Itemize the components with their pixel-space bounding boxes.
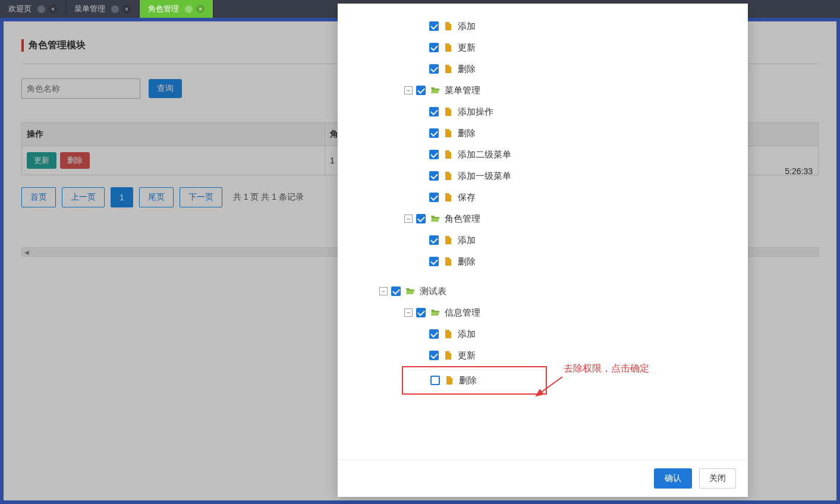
col-operation: 操作: [22, 123, 325, 146]
tree-label: 角色管理: [445, 213, 480, 225]
tree-label: 添加二级菜单: [458, 149, 511, 160]
tree-branch-menu[interactable]: − 菜单管理: [355, 80, 730, 101]
checkbox[interactable]: [429, 257, 439, 266]
close-icon[interactable]: ×: [196, 5, 205, 13]
checkbox[interactable]: [429, 171, 439, 181]
checkbox[interactable]: [429, 64, 439, 74]
tab-menu-mgmt[interactable]: 菜单管理 ×: [66, 0, 140, 18]
checkbox[interactable]: [429, 21, 439, 31]
update-button[interactable]: 更新: [27, 152, 56, 169]
tree-branch-test[interactable]: − 测试表: [355, 281, 730, 302]
content-frame: 角色管理模块 查询 操作 角 更新 删除: [0, 18, 840, 504]
tree-leaf[interactable]: 添加: [355, 229, 730, 251]
page-current[interactable]: 1: [111, 187, 133, 207]
modal-body: 添加 更新 删除 − 菜单管理: [338, 4, 748, 459]
tab-label: 角色管理: [148, 4, 179, 14]
file-icon: [443, 43, 453, 52]
file-icon: [443, 193, 453, 202]
tree-leaf[interactable]: 添加一级菜单: [355, 165, 730, 187]
tree-leaf[interactable]: 保存: [355, 187, 730, 208]
tree-label: 更新: [458, 42, 476, 53]
checkbox[interactable]: [429, 235, 439, 245]
tree-leaf[interactable]: 删除: [355, 58, 730, 80]
file-icon: [443, 171, 453, 181]
tree-leaf-delete-highlighted[interactable]: 删除: [403, 370, 546, 391]
checkbox[interactable]: [391, 286, 401, 296]
checkbox[interactable]: [416, 86, 426, 95]
checkbox[interactable]: [416, 214, 426, 223]
tab-refresh-icon[interactable]: [37, 5, 45, 13]
tree-leaf[interactable]: 更新: [355, 37, 730, 58]
checkbox[interactable]: [429, 107, 439, 116]
file-icon: [443, 329, 453, 339]
tree-label: 添加一级菜单: [458, 171, 511, 182]
folder-open-icon: [430, 86, 440, 95]
tree-label: 删除: [459, 375, 477, 386]
checkbox[interactable]: [429, 351, 439, 360]
file-icon: [443, 235, 453, 245]
tree-label: 添加: [458, 235, 476, 246]
tab-welcome[interactable]: 欢迎页 ×: [0, 0, 66, 18]
file-icon: [443, 21, 453, 31]
tree-leaf[interactable]: 添加操作: [355, 101, 730, 122]
role-name-input[interactable]: [21, 78, 140, 99]
tree-label: 添加: [458, 329, 476, 340]
permission-tree: 添加 更新 删除 − 菜单管理: [355, 15, 730, 395]
tab-refresh-icon[interactable]: [185, 5, 193, 13]
tree-leaf[interactable]: 删除: [355, 122, 730, 144]
tree-label: 删除: [458, 256, 476, 267]
checkbox-unchecked[interactable]: [430, 376, 440, 385]
delete-button[interactable]: 删除: [60, 152, 90, 169]
page-prev[interactable]: 上一页: [62, 187, 105, 207]
permission-modal: 添加 更新 删除 − 菜单管理: [338, 4, 748, 497]
checkbox[interactable]: [429, 193, 439, 202]
tree-label: 删除: [458, 64, 476, 75]
checkbox[interactable]: [429, 43, 439, 52]
tree-leaf[interactable]: 添加: [355, 323, 730, 345]
tree-label: 添加: [458, 21, 476, 32]
tree-leaf[interactable]: 添加: [355, 15, 730, 37]
tree-label: 保存: [458, 192, 476, 203]
file-icon: [443, 150, 453, 159]
search-button[interactable]: 查询: [149, 79, 182, 98]
timestamp-fragment: 5:26:33: [785, 166, 813, 176]
tree-branch-info[interactable]: − 信息管理: [355, 302, 730, 323]
tree-leaf[interactable]: 删除: [355, 251, 730, 272]
tree-branch-role[interactable]: − 角色管理: [355, 208, 730, 229]
checkbox[interactable]: [429, 128, 439, 138]
expand-toggle[interactable]: −: [379, 287, 388, 295]
expand-toggle[interactable]: −: [404, 86, 413, 94]
tree-leaf[interactable]: 更新: [355, 345, 730, 366]
tab-role-mgmt[interactable]: 角色管理 ×: [140, 0, 213, 18]
expand-toggle[interactable]: −: [404, 308, 413, 317]
page-last[interactable]: 尾页: [139, 187, 174, 207]
modal-footer: 确认 关闭: [338, 459, 748, 497]
page-first[interactable]: 首页: [21, 187, 56, 207]
close-icon[interactable]: ×: [49, 5, 57, 13]
confirm-button[interactable]: 确认: [654, 468, 692, 489]
folder-open-icon: [430, 308, 440, 317]
tree-label: 添加操作: [458, 106, 493, 118]
tree-leaf[interactable]: 添加二级菜单: [355, 144, 730, 165]
checkbox[interactable]: [416, 308, 426, 317]
checkbox[interactable]: [429, 329, 439, 339]
expand-toggle[interactable]: −: [404, 215, 413, 223]
tab-label: 菜单管理: [74, 4, 105, 14]
annotation-text: 去除权限，点击确定: [564, 363, 649, 375]
tree-label: 测试表: [420, 286, 446, 297]
file-icon: [443, 128, 453, 138]
file-icon: [443, 257, 453, 266]
tab-refresh-icon[interactable]: [111, 5, 119, 13]
file-icon: [443, 351, 453, 360]
checkbox[interactable]: [429, 150, 439, 159]
tree-label: 删除: [458, 128, 476, 139]
tree-label: 信息管理: [445, 307, 480, 319]
page-summary: 共 1 页 共 1 条记录: [233, 192, 304, 203]
tab-label: 欢迎页: [8, 4, 32, 14]
close-button[interactable]: 关闭: [699, 468, 736, 489]
close-icon[interactable]: ×: [122, 5, 131, 13]
file-icon: [443, 107, 453, 116]
page-next[interactable]: 下一页: [180, 187, 222, 207]
tree-label: 更新: [458, 350, 476, 361]
scroll-left-icon[interactable]: ◀: [23, 248, 30, 256]
